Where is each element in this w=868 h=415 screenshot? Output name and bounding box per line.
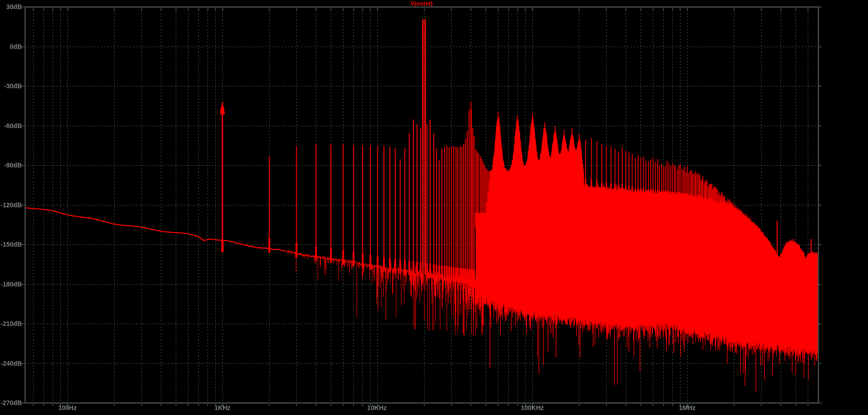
plot-window: V(outst) 30dB 0dB -30dB -60dB -90dB -120… [0,0,868,415]
y-axis-label: -90dB [0,162,22,169]
y-axis-label: -210dB [0,320,22,327]
y-axis-label: 30dB [0,3,22,10]
x-axis-label: 1KHz [202,404,243,411]
y-axis-label: -180dB [0,281,22,288]
x-axis-label: 10KHz [357,404,397,411]
y-axis-label: -150dB [0,241,22,248]
trace-title[interactable]: V(outst) [25,0,818,7]
y-axis-label: -30dB [0,82,22,90]
y-axis-label: -120dB [0,201,22,209]
x-axis-label: 100Hz [47,404,88,411]
y-axis-label: 0dB [0,43,22,50]
y-axis-label: -270dB [0,399,22,406]
x-axis-label: 100KHz [512,404,553,411]
fft-plot-canvas[interactable] [0,0,868,415]
y-axis-label: -60dB [0,122,22,129]
y-axis-label: -240dB [0,360,22,367]
x-axis-label: 1MHz [667,404,708,411]
